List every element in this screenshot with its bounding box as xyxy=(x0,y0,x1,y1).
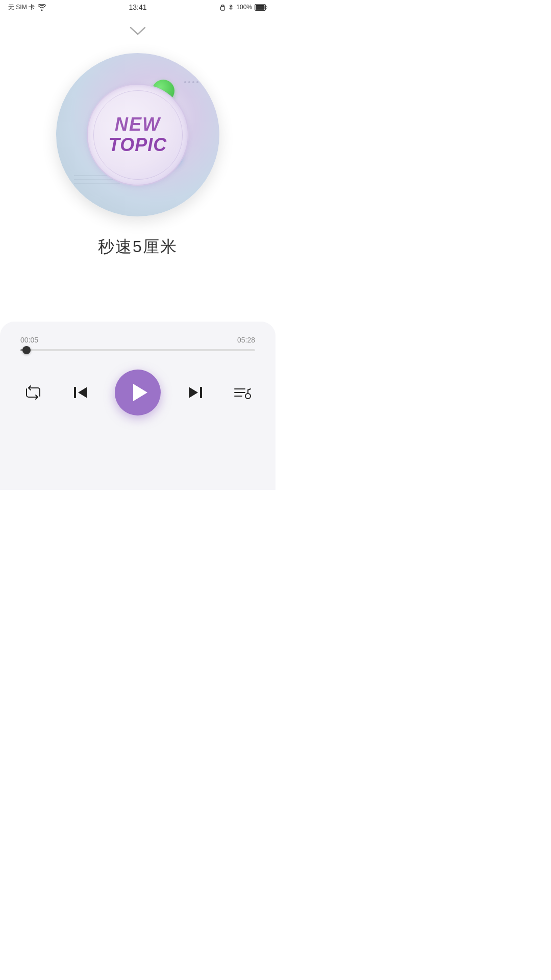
status-right: 100% xyxy=(220,4,267,11)
play-icon xyxy=(130,383,148,402)
battery-percent: 100% xyxy=(236,4,252,11)
progress-section: 00:05 05:28 xyxy=(20,336,255,351)
status-left: 无 SIM 卡 xyxy=(8,3,46,12)
progress-thumb[interactable] xyxy=(22,346,31,354)
svg-point-7 xyxy=(188,81,190,83)
prev-icon xyxy=(73,385,88,400)
lock-icon xyxy=(220,4,226,11)
inner-circle: NEW TOPIC xyxy=(87,84,189,186)
player-panel: 00:05 05:28 xyxy=(0,322,276,490)
progress-bar[interactable] xyxy=(20,349,255,351)
total-time: 05:28 xyxy=(237,336,255,344)
inner-ring xyxy=(93,90,183,180)
next-icon xyxy=(188,385,203,400)
svg-rect-17 xyxy=(200,387,202,398)
svg-line-23 xyxy=(248,389,251,390)
status-time: 13:41 xyxy=(129,3,146,11)
svg-point-8 xyxy=(192,81,194,83)
svg-marker-13 xyxy=(78,387,87,398)
deco-dots-top xyxy=(184,80,199,85)
song-title: 秒速5厘米 xyxy=(98,236,178,258)
wifi-icon xyxy=(38,4,46,11)
playlist-icon xyxy=(234,385,251,400)
current-time: 00:05 xyxy=(20,336,38,344)
svg-marker-16 xyxy=(189,387,198,398)
playlist-button[interactable] xyxy=(230,381,255,404)
svg-point-6 xyxy=(184,81,186,83)
svg-marker-15 xyxy=(133,384,147,401)
svg-rect-0 xyxy=(221,7,225,10)
svg-rect-2 xyxy=(256,5,265,10)
battery-icon xyxy=(255,4,267,11)
status-bar: 无 SIM 卡 13:41 100% xyxy=(0,0,276,14)
svg-point-9 xyxy=(196,81,198,83)
bluetooth-icon xyxy=(228,4,234,11)
prev-button[interactable] xyxy=(69,381,92,404)
main-container: NEW TOPIC 秒速5厘米 00:05 05:28 xyxy=(0,14,276,490)
album-art: NEW TOPIC xyxy=(56,53,219,216)
play-button[interactable] xyxy=(115,370,161,415)
svg-point-21 xyxy=(245,394,251,399)
repeat-icon xyxy=(24,385,42,400)
no-sim-text: 无 SIM 卡 xyxy=(8,3,35,12)
chevron-down-icon[interactable] xyxy=(129,26,147,39)
next-button[interactable] xyxy=(184,381,207,404)
time-row: 00:05 05:28 xyxy=(20,336,255,344)
controls-row xyxy=(20,370,255,415)
svg-rect-14 xyxy=(74,387,76,398)
repeat-button[interactable] xyxy=(20,381,46,404)
